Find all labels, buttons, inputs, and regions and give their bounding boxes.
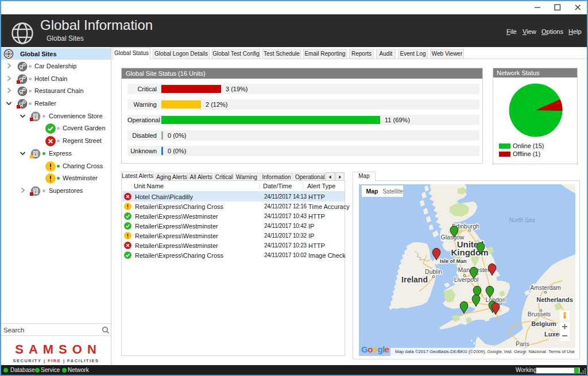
svg-text:Netherlands: Netherlands [536, 296, 573, 303]
svg-text:Google: Google [361, 344, 389, 354]
svg-text:Isle of Man: Isle of Man [440, 258, 467, 264]
svg-text:Ireland: Ireland [401, 275, 428, 284]
svg-text:Map data ©2017 GeoBasis-DE/BKG: Map data ©2017 GeoBasis-DE/BKG (©2009), … [395, 349, 546, 354]
svg-text:Brussels: Brussels [528, 311, 551, 317]
svg-text:Map: Map [366, 188, 378, 195]
svg-text:North Sea: North Sea [509, 217, 535, 223]
svg-text:Paris: Paris [516, 340, 529, 347]
svg-text:Amsterdam: Amsterdam [530, 284, 561, 291]
svg-text:Terms of Use: Terms of Use [548, 349, 575, 354]
svg-text:Satellite: Satellite [382, 188, 403, 195]
svg-text:Dublin: Dublin [425, 268, 442, 275]
svg-text:Belgium: Belgium [531, 320, 556, 327]
